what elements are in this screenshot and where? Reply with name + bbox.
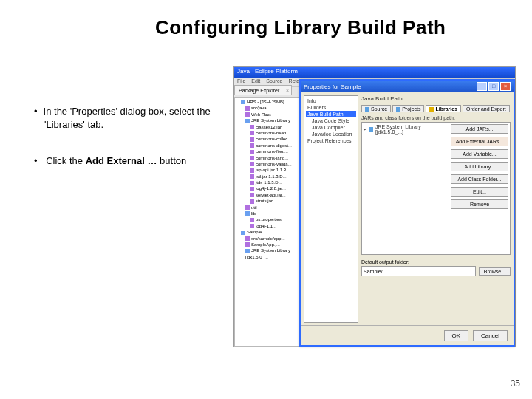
browse-button[interactable]: Browse... — [479, 267, 511, 276]
tree-item[interactable]: commons-collec... — [238, 136, 297, 142]
remove-button[interactable]: Remove — [451, 200, 508, 209]
tree-item[interactable]: commons-fileu... — [238, 149, 297, 154]
tree-item[interactable]: Sample — [238, 229, 297, 235]
tree-item[interactable]: commons-valida... — [238, 161, 297, 167]
tab-projects[interactable]: Projects — [392, 105, 424, 112]
libraries-label: JARs and class folders on the build path… — [361, 115, 511, 120]
default-output-label: Default output folder: — [361, 259, 511, 265]
menu-file[interactable]: File — [237, 78, 245, 83]
package-explorer-tab[interactable]: Package Explorer × — [234, 85, 292, 95]
libraries-list[interactable]: ▸ JRE System Library [jdk1.5.0_...] — [364, 124, 449, 253]
properties-dialog: Properties for Sample _ □ × Info Builder… — [299, 79, 515, 347]
maximize-button[interactable]: □ — [488, 82, 499, 91]
file-icon — [250, 193, 254, 197]
tree-item[interactable]: classes12.jar — [238, 124, 297, 130]
tree-item[interactable]: bs.properties — [238, 216, 297, 222]
tree-item[interactable]: struts.jar — [238, 198, 297, 204]
file-icon — [250, 224, 254, 228]
cat-compiler[interactable]: Java Compiler — [306, 124, 356, 131]
screenshot-frame: Java - Eclipse Platform File Edit Source… — [233, 66, 516, 347]
default-output-input[interactable] — [361, 266, 476, 276]
file-icon — [250, 218, 254, 222]
add-jars-button[interactable]: Add JARs... — [451, 124, 508, 134]
close-icon[interactable]: × — [286, 88, 289, 93]
add-external-jars-button[interactable]: Add External JARs... — [451, 137, 508, 146]
file-icon — [250, 200, 254, 204]
jre-library-entry[interactable]: ▸ JRE System Library [jdk1.5.0_...] — [364, 124, 449, 134]
file-icon — [245, 236, 250, 241]
file-icon — [250, 137, 254, 142]
cat-builders[interactable]: Builders — [306, 104, 356, 111]
cat-build-path[interactable]: Java Build Path — [306, 111, 356, 117]
file-icon — [245, 106, 250, 111]
cat-proj-refs[interactable]: Project References — [306, 137, 356, 144]
dialog-title: Properties for Sample — [304, 83, 361, 90]
build-path-header: Java Build Path — [361, 95, 511, 102]
page-number: 35 — [511, 378, 520, 389]
edit-button[interactable]: Edit... — [451, 187, 508, 197]
menu-source[interactable]: Source — [266, 78, 282, 83]
tree-item[interactable]: Web Root — [238, 112, 297, 117]
ok-button[interactable]: OK — [444, 330, 469, 341]
folder-icon — [245, 211, 250, 216]
tree-item[interactable]: src/sample/app... — [238, 236, 297, 242]
bullet-2: Click the Add External … button — [44, 154, 236, 168]
build-path-tabs: Source Projects Libraries Order and Expo… — [361, 105, 511, 112]
file-icon — [250, 150, 254, 154]
tree-item[interactable]: jtds-1.1.3.D... — [238, 180, 297, 185]
file-icon — [250, 174, 254, 179]
tree-item[interactable]: log4j-1.1... — [238, 223, 297, 229]
add-class-folder-button[interactable]: Add Class Folder... — [451, 174, 508, 184]
tree-item[interactable]: commons-digest... — [238, 143, 297, 149]
folder-icon — [245, 249, 250, 253]
add-variable-button[interactable]: Add Variable... — [451, 149, 508, 159]
tab-libraries[interactable]: Libraries — [426, 105, 461, 112]
dialog-title-bar[interactable]: Properties for Sample _ □ × — [301, 81, 514, 92]
tree-item[interactable]: HRS - [JSH-JSMB] — [238, 99, 297, 105]
properties-categories[interactable]: Info Builders Java Build Path Java Code … — [304, 95, 358, 323]
tree-item[interactable]: JRE System Library [jdk1.5.0_... — [238, 248, 297, 260]
expand-icon[interactable]: ▸ — [364, 126, 366, 132]
file-icon — [250, 131, 254, 135]
tree-item[interactable]: log4j-1.2.8.jar... — [238, 185, 297, 191]
tree-item[interactable]: jstl.jar 1.1.3.D... — [238, 174, 297, 180]
projects-icon — [396, 107, 400, 112]
tree-item[interactable]: util — [238, 205, 297, 211]
file-icon — [250, 162, 254, 166]
bullet-list: In the 'Properties' dialog box, select t… — [44, 105, 250, 191]
slide-title: Configuring Library Build Path — [155, 16, 446, 39]
file-icon — [250, 187, 254, 191]
add-library-button[interactable]: Add Library... — [451, 162, 508, 171]
source-icon — [365, 107, 369, 112]
tree-item[interactable]: servlet-api.jar... — [238, 192, 297, 198]
cat-javadoc[interactable]: Javadoc Location — [306, 131, 356, 137]
tree-item[interactable]: lib — [238, 211, 297, 216]
package-explorer-tree[interactable]: HRS - [JSH-JSMB]src/javaWeb RootJRE Syst… — [234, 97, 299, 347]
library-buttons: Add JARs... Add External JARs... Add Var… — [451, 124, 508, 209]
file-icon — [250, 181, 254, 185]
file-icon — [250, 125, 254, 129]
tab-order[interactable]: Order and Export — [463, 105, 510, 112]
menu-edit[interactable]: Edit — [251, 78, 260, 83]
dialog-footer: OK Cancel — [301, 325, 514, 345]
tree-item[interactable]: commons-lang... — [238, 155, 297, 161]
tab-source[interactable]: Source — [361, 105, 391, 112]
tree-item[interactable]: SampleApp.j... — [238, 242, 297, 248]
tree-item[interactable]: commons-bean... — [238, 130, 297, 136]
folder-icon — [245, 119, 250, 123]
file-icon — [245, 242, 250, 247]
eclipse-title-bar: Java - Eclipse Platform — [234, 67, 515, 78]
cat-info[interactable]: Info — [306, 98, 356, 104]
tree-item[interactable]: src/java — [238, 105, 297, 111]
cancel-button[interactable]: Cancel — [473, 330, 508, 341]
bullet-1: In the 'Properties' dialog box, select t… — [44, 105, 236, 131]
file-icon — [250, 168, 254, 173]
libraries-icon — [429, 107, 434, 112]
tree-item[interactable]: JRE System Library — [238, 117, 297, 123]
close-button[interactable]: × — [500, 82, 511, 91]
cat-code-style[interactable]: Java Code Style — [306, 117, 356, 124]
minimize-button[interactable]: _ — [477, 82, 487, 91]
folder-icon — [241, 231, 245, 235]
file-icon — [245, 205, 250, 210]
tree-item[interactable]: jsp-api.jar 1.1.3... — [238, 167, 297, 173]
